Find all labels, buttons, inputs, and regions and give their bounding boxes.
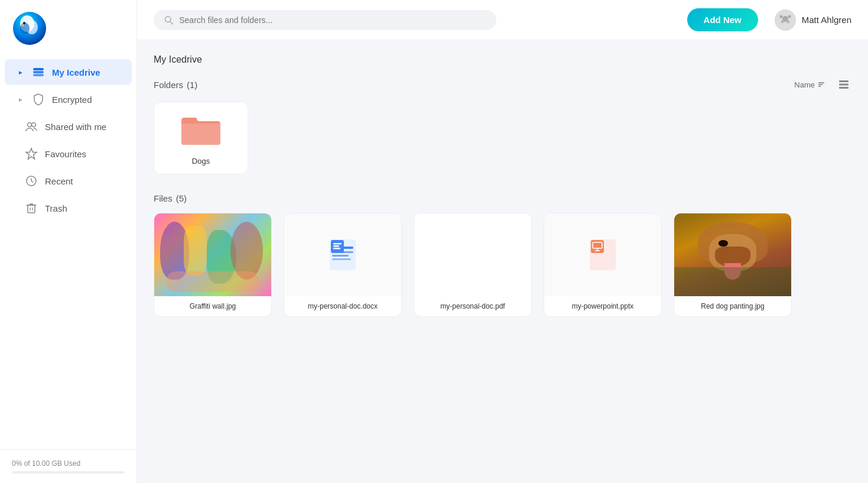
- files-section-header: Files (5): [154, 193, 851, 203]
- logo-area: [0, 0, 136, 52]
- folders-section-header: Folders (1) Name: [154, 77, 851, 92]
- svg-rect-8: [33, 68, 44, 70]
- sidebar-item-encrypted[interactable]: ► Encrypted: [5, 86, 132, 112]
- sidebar-item-my-icedrive[interactable]: ► My Icedrive: [5, 59, 132, 85]
- svg-rect-29: [839, 87, 849, 89]
- svg-line-17: [170, 21, 173, 24]
- search-icon: [164, 15, 173, 25]
- file-card-dog[interactable]: Red dog panting.jpg: [674, 213, 792, 317]
- svg-point-20: [779, 15, 782, 18]
- sidebar-item-label-favourites: Favourites: [45, 149, 86, 159]
- svg-marker-11: [26, 148, 37, 159]
- file-name-graffiti: Graffiti wall.jpg: [185, 296, 240, 316]
- svg-rect-13: [28, 205, 35, 213]
- sidebar-item-label-encrypted: Encrypted: [52, 95, 92, 105]
- svg-rect-37: [333, 245, 339, 247]
- expand-arrow-encrypted: ►: [17, 95, 25, 103]
- file-name-dog: Red dog panting.jpg: [696, 296, 769, 316]
- storage-label: 0% of 10.00 GB Used: [12, 459, 80, 468]
- people-icon: [25, 120, 38, 133]
- svg-point-9: [28, 123, 32, 127]
- svg-rect-28: [839, 84, 849, 86]
- svg-point-22: [781, 21, 784, 23]
- svg-rect-38: [333, 248, 340, 249]
- expand-arrow-my-icedrive: ►: [17, 68, 25, 76]
- files-title: Files: [154, 193, 173, 203]
- search-input[interactable]: [179, 15, 486, 25]
- nav-items: ► My Icedrive ► Encrypted: [0, 52, 136, 449]
- svg-rect-34: [332, 258, 351, 260]
- svg-point-5: [23, 22, 25, 24]
- file-preview-pptx: [544, 213, 661, 296]
- svg-point-3: [20, 22, 30, 34]
- sort-icon: [817, 80, 825, 89]
- file-card-pptx[interactable]: my-powerpoint.pptx: [544, 213, 662, 317]
- star-icon: [25, 147, 38, 160]
- svg-rect-7: [33, 71, 44, 73]
- svg-rect-6: [33, 74, 44, 76]
- list-view-icon: [838, 79, 849, 90]
- file-name-docx: my-personal-doc.docx: [303, 296, 382, 316]
- file-card-docx[interactable]: my-personal-doc.docx: [284, 213, 402, 317]
- files-section: Files (5): [154, 193, 851, 317]
- sidebar-item-label-recent: Recent: [45, 176, 73, 186]
- sidebar-item-shared-with-me[interactable]: Shared with me: [5, 114, 132, 140]
- file-preview-pdf: [414, 213, 531, 296]
- search-bar[interactable]: [154, 10, 496, 30]
- svg-point-21: [788, 15, 791, 18]
- storage-info: 0% of 10.00 GB Used: [0, 449, 136, 483]
- trash-icon: [25, 202, 38, 215]
- breadcrumb: My Icedrive: [154, 54, 851, 65]
- svg-rect-33: [332, 255, 349, 257]
- file-name-pptx: my-powerpoint.pptx: [567, 296, 639, 316]
- folders-count: (1): [187, 80, 197, 90]
- folder-name: Dogs: [192, 157, 210, 166]
- username-label: Matt Ahlgren: [802, 15, 851, 25]
- files-grid: Graffiti wall.jpg: [154, 213, 851, 317]
- svg-point-19: [782, 16, 788, 22]
- sidebar-item-trash[interactable]: Trash: [5, 195, 132, 221]
- main-area: Add New Matt Ahlgren My Ice: [137, 0, 868, 483]
- user-area[interactable]: Matt Ahlgren: [775, 9, 851, 31]
- folders-grid: Dogs: [154, 102, 851, 174]
- sidebar-item-recent[interactable]: Recent: [5, 168, 132, 194]
- docx-icon: [325, 237, 360, 273]
- svg-point-10: [32, 123, 36, 127]
- layers-icon: [32, 66, 45, 79]
- shield-icon: [32, 93, 45, 106]
- file-name-pdf: my-personal-doc.pdf: [435, 296, 509, 316]
- sidebar: ► My Icedrive ► Encrypted: [0, 0, 137, 483]
- svg-rect-27: [839, 80, 849, 82]
- sidebar-item-label-shared-with-me: Shared with me: [45, 122, 106, 132]
- sidebar-item-label-trash: Trash: [45, 203, 67, 213]
- sort-controls: Name: [791, 77, 851, 92]
- folders-title: Folders: [154, 80, 183, 90]
- header: Add New Matt Ahlgren: [137, 0, 868, 40]
- clock-icon: [25, 174, 38, 187]
- add-new-button[interactable]: Add New: [687, 8, 758, 31]
- files-count: (5): [176, 193, 187, 203]
- content-area: My Icedrive Folders (1) Name: [137, 40, 868, 483]
- folder-card[interactable]: Dogs: [154, 102, 248, 174]
- sort-label: Name: [794, 80, 815, 89]
- storage-bar: [12, 471, 125, 474]
- file-card-pdf[interactable]: my-personal-doc.pdf: [414, 213, 532, 317]
- file-preview-graffiti: [154, 213, 271, 296]
- avatar: [775, 9, 796, 31]
- app-logo: [12, 11, 47, 46]
- pptx-icon: [585, 237, 620, 273]
- sidebar-item-favourites[interactable]: Favourites: [5, 141, 132, 167]
- view-toggle-button[interactable]: [836, 77, 851, 92]
- file-preview-dog: [674, 213, 791, 296]
- sort-button[interactable]: Name: [791, 78, 829, 92]
- svg-rect-36: [333, 243, 342, 245]
- file-card-graffiti[interactable]: Graffiti wall.jpg: [154, 213, 272, 317]
- file-preview-docx: [284, 213, 401, 296]
- svg-point-23: [787, 21, 789, 23]
- sidebar-item-label-my-icedrive: My Icedrive: [52, 67, 100, 77]
- folder-icon: [180, 114, 222, 147]
